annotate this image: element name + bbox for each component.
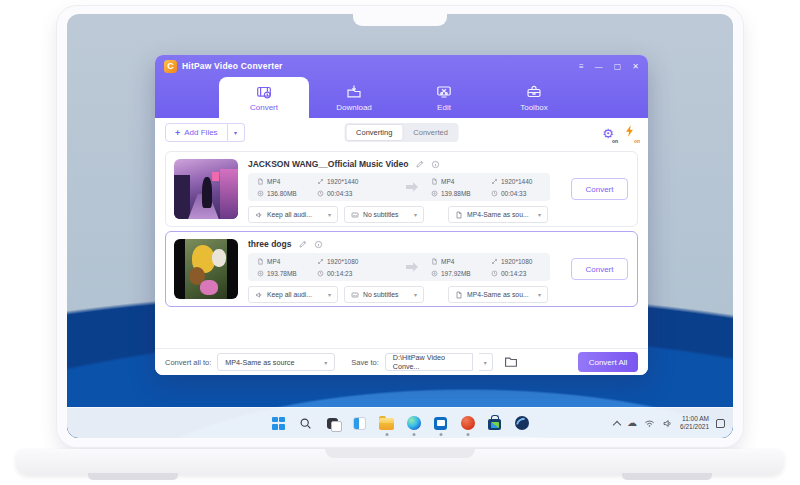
- file-row-1[interactable]: JACKSON WANG__Official Music Video MP4 1…: [165, 151, 638, 227]
- size-icon: [257, 190, 264, 197]
- file-explorer-button[interactable]: [378, 415, 395, 432]
- close-icon[interactable]: ✕: [632, 62, 639, 71]
- media-details: MP4 1920*1080 193.78MB 00:14:23 MP4 1920…: [248, 253, 550, 281]
- widgets-icon: [353, 417, 366, 430]
- dark-swirl-app-button[interactable]: [513, 415, 530, 432]
- convert-all-to-label: Convert all to:: [165, 358, 211, 367]
- filter-converted[interactable]: Converted: [403, 124, 458, 141]
- start-button[interactable]: [270, 415, 287, 432]
- file-row-2[interactable]: three dogs MP4 1920*1080 193.78MB 00:14:…: [165, 231, 638, 307]
- file-icon: [455, 291, 463, 299]
- chevron-down-icon: ▾: [324, 211, 331, 218]
- toolbox-icon: [526, 84, 542, 100]
- mail-app-button[interactable]: [432, 415, 449, 432]
- resolution-icon: [317, 178, 324, 185]
- hardware-acceleration-toggle[interactable]: ⚙ on: [602, 124, 614, 142]
- microsoft-store-button[interactable]: [486, 415, 503, 432]
- duration-icon: [491, 270, 498, 277]
- convert-all-format-select[interactable]: MP4-Same as source ▾: [217, 353, 335, 371]
- rename-pencil-icon[interactable]: [298, 240, 307, 249]
- download-folder-icon: [346, 84, 362, 100]
- audio-icon: [255, 291, 263, 299]
- chevron-down-icon: ▾: [234, 129, 237, 136]
- resolution-icon: [491, 178, 498, 185]
- lightning-bolt-icon: [623, 124, 636, 138]
- clock-date: 6/21/2021: [680, 423, 709, 431]
- convert-button[interactable]: Convert: [571, 258, 628, 280]
- size-icon: [431, 190, 438, 197]
- windows-logo-icon: [272, 417, 285, 430]
- add-files-button[interactable]: + Add Files: [165, 123, 228, 142]
- audio-track-dropdown[interactable]: Keep all audi... ▾: [248, 206, 338, 223]
- audio-track-dropdown[interactable]: Keep all audi... ▾: [248, 286, 338, 303]
- output-format-dropdown[interactable]: MP4-Same as sou... ▾: [448, 286, 548, 303]
- resolution-icon: [491, 258, 498, 265]
- laptop-base: [16, 449, 784, 475]
- chevron-down-icon: ▾: [534, 291, 541, 298]
- resolution-icon: [317, 258, 324, 265]
- hitpaw-app-window: C HitPaw Video Converter ≡ — ▢ ✕ Convert: [155, 55, 648, 375]
- speaker-icon[interactable]: [662, 418, 673, 429]
- red-app-button[interactable]: [459, 415, 476, 432]
- swirl-app-icon: [515, 416, 529, 430]
- video-thumbnail-1[interactable]: [174, 159, 238, 219]
- task-view-button[interactable]: [324, 415, 341, 432]
- laptop-screen-frame: C HitPaw Video Converter ≡ — ▢ ✕ Convert: [57, 6, 743, 447]
- maximize-icon[interactable]: ▢: [614, 62, 622, 71]
- info-icon[interactable]: [431, 160, 440, 169]
- file-icon: [257, 258, 264, 265]
- laptop-foot-left: [88, 473, 178, 480]
- save-path-select[interactable]: D:\HitPaw Video Conve...: [385, 353, 473, 371]
- taskbar-clock[interactable]: 11:00 AM 6/21/2021: [680, 415, 709, 432]
- tab-convert[interactable]: Convert: [219, 77, 309, 118]
- onedrive-cloud-icon[interactable]: ☁: [627, 418, 637, 428]
- tab-edit[interactable]: Edit: [399, 77, 489, 118]
- red-app-icon: [461, 416, 475, 430]
- chevron-down-icon: ▾: [324, 291, 331, 298]
- subtitle-dropdown[interactable]: No subtitles ▾: [344, 286, 424, 303]
- chevron-down-icon: ▾: [410, 211, 417, 218]
- filter-converting[interactable]: Converting: [345, 124, 403, 141]
- edge-browser-button[interactable]: [405, 415, 422, 432]
- convert-button[interactable]: Convert: [571, 178, 628, 200]
- widgets-button[interactable]: [351, 415, 368, 432]
- subtitle-dropdown[interactable]: No subtitles ▾: [344, 206, 424, 223]
- file-icon: [257, 178, 264, 185]
- chevron-down-icon: ▾: [484, 359, 487, 366]
- menu-icon[interactable]: ≡: [579, 62, 584, 71]
- windows-desktop: C HitPaw Video Converter ≡ — ▢ ✕ Convert: [67, 14, 733, 438]
- file-icon: [431, 258, 438, 265]
- plus-icon: +: [175, 128, 180, 138]
- search-icon: [299, 417, 312, 430]
- wifi-icon[interactable]: [644, 418, 655, 429]
- video-thumbnail-2[interactable]: [174, 239, 238, 299]
- edit-screen-icon: [436, 84, 452, 100]
- file-title: three dogs: [248, 239, 291, 249]
- mail-icon: [434, 417, 447, 430]
- convert-arrow-icon: [402, 259, 422, 275]
- output-format-dropdown[interactable]: MP4-Same as sou... ▾: [448, 206, 548, 223]
- chevron-down-icon: ▾: [410, 291, 417, 298]
- rename-pencil-icon[interactable]: [415, 160, 424, 169]
- tab-download[interactable]: Download: [309, 77, 399, 118]
- taskbar-search-button[interactable]: [297, 415, 314, 432]
- notification-center-icon[interactable]: [716, 419, 725, 428]
- lightning-boost-toggle[interactable]: on: [623, 124, 636, 142]
- subtitle-icon: [351, 291, 359, 299]
- tab-toolbox[interactable]: Toolbox: [489, 77, 579, 118]
- tray-overflow-chevron-icon[interactable]: [613, 420, 621, 428]
- audio-icon: [255, 211, 263, 219]
- media-details: MP4 1920*1440 136.80MB 00:04:33 MP4 1920…: [248, 173, 550, 201]
- add-files-dropdown-button[interactable]: ▾: [228, 123, 245, 142]
- convert-all-button[interactable]: Convert All: [578, 352, 638, 372]
- info-icon[interactable]: [314, 240, 323, 249]
- duration-icon: [491, 190, 498, 197]
- minimize-icon[interactable]: —: [595, 62, 603, 71]
- size-icon: [257, 270, 264, 277]
- store-bag-icon: [488, 419, 501, 430]
- save-to-label: Save to:: [351, 358, 379, 367]
- save-path-dropdown-button[interactable]: ▾: [479, 353, 493, 371]
- chevron-down-icon: ▾: [318, 359, 327, 366]
- laptop-lid-notch: [325, 449, 475, 458]
- browse-folder-icon[interactable]: [504, 355, 518, 369]
